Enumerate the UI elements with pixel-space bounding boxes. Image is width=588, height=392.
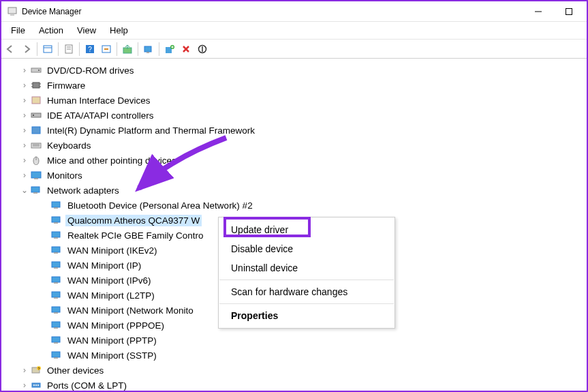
svg-rect-43 xyxy=(54,237,58,239)
tree-device-network[interactable]: WAN Miniport (PPTP) xyxy=(4,333,584,348)
expand-icon[interactable]: › xyxy=(19,155,30,165)
maximize-button[interactable] xyxy=(553,2,584,21)
svg-rect-51 xyxy=(54,297,58,299)
svg-rect-55 xyxy=(54,327,58,329)
tree-item-label: WAN Miniport (SSTP) xyxy=(65,350,159,361)
svg-rect-47 xyxy=(54,267,58,269)
app-icon xyxy=(7,6,18,17)
expand-icon[interactable]: › xyxy=(19,365,30,375)
uninstall-button[interactable] xyxy=(179,42,194,57)
tree-item-label: Keyboards xyxy=(45,140,93,151)
back-button[interactable] xyxy=(3,42,18,57)
tree-category[interactable]: ›Mice and other pointing devices xyxy=(4,153,584,168)
svg-rect-59 xyxy=(54,357,58,359)
expand-icon[interactable]: › xyxy=(19,125,30,135)
minimize-button[interactable] xyxy=(523,2,553,21)
tree-item-label: Firmware xyxy=(45,80,87,91)
expand-icon[interactable]: › xyxy=(19,170,30,180)
disable-button[interactable] xyxy=(195,42,210,57)
menu-view[interactable]: View xyxy=(70,23,103,37)
ide-icon xyxy=(30,110,42,121)
svg-rect-13 xyxy=(144,46,151,52)
svg-rect-57 xyxy=(54,342,58,344)
tree-item-label: Human Interface Devices xyxy=(45,95,153,106)
expand-icon[interactable]: › xyxy=(19,95,30,105)
scope-button[interactable] xyxy=(40,42,55,57)
menu-separator xyxy=(219,280,394,280)
menu-properties[interactable]: Properties xyxy=(219,306,394,325)
menu-help[interactable]: Help xyxy=(103,23,135,37)
svg-rect-37 xyxy=(33,192,37,194)
menu-disable-device[interactable]: Disable device xyxy=(219,239,394,258)
tree-item-label: DVD/CD-ROM drives xyxy=(45,65,136,76)
tree-item-label: Bluetooth Device (Personal Area Network)… xyxy=(65,200,255,211)
kbd-icon xyxy=(30,140,42,151)
help-button[interactable]: ? xyxy=(82,42,97,57)
tree-item-label: WAN Miniport (PPTP) xyxy=(65,335,159,346)
tree-device-network[interactable]: WAN Miniport (SSTP) xyxy=(4,348,584,363)
tree-device-network[interactable]: Bluetooth Device (Personal Area Network)… xyxy=(4,198,584,213)
menu-uninstall-device[interactable]: Uninstall device xyxy=(219,258,394,277)
board-icon xyxy=(30,125,42,136)
action-button[interactable] xyxy=(99,42,114,57)
svg-rect-54 xyxy=(52,322,60,327)
svg-text:?: ? xyxy=(88,46,92,53)
tree-item-label: WAN Miniport (PPPOE) xyxy=(65,320,166,331)
tree-category[interactable]: ›IDE ATA/ATAPI controllers xyxy=(4,108,584,123)
net-icon xyxy=(50,350,63,361)
tree-item-label: WAN Miniport (IPv6) xyxy=(65,275,153,286)
tree-category[interactable]: ›Human Interface Devices xyxy=(4,93,584,108)
svg-rect-27 xyxy=(33,115,34,116)
menu-scan-hardware[interactable]: Scan for hardware changes xyxy=(219,282,394,301)
tree-item-label: Realtek PCIe GBE Family Contro xyxy=(65,230,206,241)
net-icon xyxy=(50,305,63,316)
tree-category-network-adapters[interactable]: ⌄ Network adapters xyxy=(4,183,584,198)
svg-rect-0 xyxy=(8,7,16,14)
tree-item-label: Qualcomm Atheros QCA9377 W xyxy=(65,215,202,226)
menu-file[interactable]: File xyxy=(4,23,32,37)
tree-category[interactable]: ›DVD/CD-ROM drives xyxy=(4,63,584,78)
update-driver-button[interactable] xyxy=(120,42,135,57)
tree-item-label: Other devices xyxy=(45,365,106,376)
properties-button[interactable] xyxy=(61,42,76,57)
scan-hardware-button[interactable] xyxy=(141,42,156,57)
tree-item-label: Mice and other pointing devices xyxy=(45,155,179,166)
tree-category[interactable]: ›Monitors xyxy=(4,168,584,183)
tree-item-label: WAN Miniport (IP) xyxy=(65,260,143,271)
svg-rect-36 xyxy=(31,187,40,192)
collapse-icon[interactable]: ⌄ xyxy=(19,185,30,195)
tree-item-label: WAN Miniport (L2TP) xyxy=(65,290,157,301)
tree-category[interactable]: ›Intel(R) Dynamic Platform and Thermal F… xyxy=(4,123,584,138)
expand-icon[interactable]: › xyxy=(19,80,30,90)
svg-rect-52 xyxy=(52,307,60,312)
tree-category[interactable]: ›Ports (COM & LPT) xyxy=(4,378,584,392)
add-legacy-button[interactable] xyxy=(162,42,177,57)
svg-rect-38 xyxy=(52,202,60,207)
tree-category[interactable]: ›Keyboards xyxy=(4,138,584,153)
mouse-icon xyxy=(30,155,42,166)
expand-icon[interactable]: › xyxy=(19,110,30,120)
menu-action[interactable]: Action xyxy=(32,23,70,37)
expand-icon[interactable]: › xyxy=(19,140,30,150)
svg-rect-46 xyxy=(52,262,60,267)
net-icon xyxy=(50,320,63,331)
expand-icon[interactable]: › xyxy=(19,380,30,390)
network-icon xyxy=(30,185,42,196)
svg-rect-44 xyxy=(52,247,60,252)
tree-category[interactable]: ›?Other devices xyxy=(4,363,584,378)
expand-icon[interactable]: › xyxy=(19,65,30,75)
svg-rect-56 xyxy=(52,337,60,342)
svg-rect-39 xyxy=(54,207,58,209)
svg-rect-42 xyxy=(52,232,60,237)
net-icon xyxy=(50,200,63,211)
menu-update-driver[interactable]: Update driver xyxy=(219,220,394,239)
tree-category[interactable]: ›Firmware xyxy=(4,78,584,93)
forward-button[interactable] xyxy=(19,42,34,57)
monitor-icon xyxy=(30,170,42,181)
svg-rect-53 xyxy=(54,312,58,314)
title-bar: Device Manager xyxy=(1,1,587,22)
other-icon: ? xyxy=(30,365,42,376)
hid-icon xyxy=(30,95,42,106)
tree-item-label: WAN Miniport (Network Monito xyxy=(65,305,196,316)
net-icon xyxy=(50,290,63,301)
